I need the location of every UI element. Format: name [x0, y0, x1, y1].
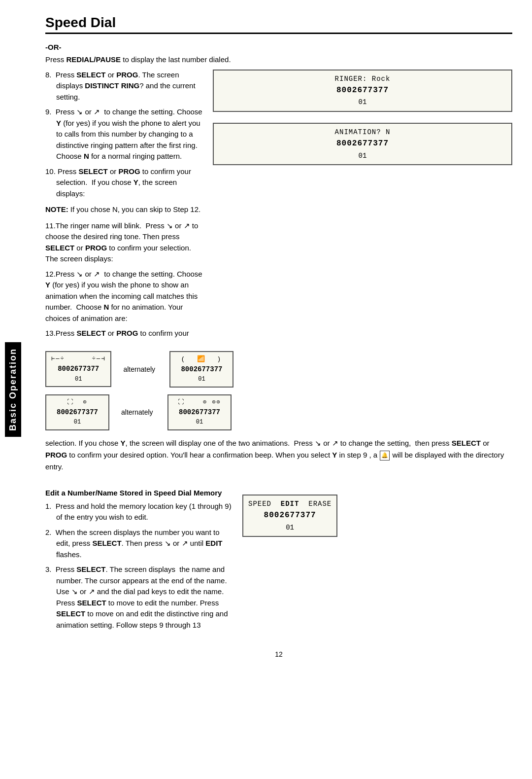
step-10: 10. Press SELECT or PROG to confirm your… — [45, 166, 203, 200]
lcd-ringer-line1: RINGER: Rock — [219, 73, 506, 84]
edit-step-3: 3. Press SELECT. The screen displays the… — [45, 564, 233, 631]
edit-left: Edit a Number/Name Stored in Speed Dial … — [45, 480, 233, 636]
lcd-right: RINGER: Rock 8002677377 01 ANIMATION? N … — [213, 70, 512, 343]
page-title: Speed Dial — [45, 15, 512, 31]
sidebar: Basic Operation — [0, 0, 26, 779]
edit-step-1: 1. Press and hold the memory location ke… — [45, 501, 233, 523]
or-label: -OR- — [45, 43, 62, 51]
lcd-speed-edit-line3: 01 — [248, 522, 332, 533]
anim-label-2: alternately — [121, 408, 156, 416]
anim-box-2a: ⛶ ⊙ 8002677377 01 — [45, 394, 109, 430]
lcd-speed-edit-line1: SPEED EDIT ERASE — [248, 498, 332, 509]
page-number: 12 — [45, 650, 512, 658]
steps-list: 8. Press SELECT or PROG. The screen disp… — [45, 70, 203, 200]
lcd-animation-box: ANIMATION? N 8002677377 01 — [213, 123, 512, 165]
step-12: 12.Press ↘ or ↗ to change the setting. C… — [45, 269, 203, 324]
edit-heading: Edit a Number/Name Stored in Speed Dial … — [45, 489, 233, 497]
edit-right: SPEED EDIT ERASE 8002677377 01 — [242, 480, 512, 636]
anim-box-2b: ⛶ ⊙ ⊙⊙ 8002677377 01 — [167, 394, 232, 430]
lcd-ringer-box: RINGER: Rock 8002677377 01 — [213, 70, 512, 112]
anim-row-2: ⛶ ⊙ 8002677377 01 alternately ⛶ ⊙ ⊙⊙ 800… — [45, 394, 512, 430]
step-9: 9. Press ↘ or ↗ to change the setting. C… — [45, 106, 203, 162]
anim-box-1b: ( 📶 ) 8002677377 01 — [169, 351, 233, 388]
sidebar-label: Basic Operation — [5, 342, 21, 437]
selection-paragraph: selection. If you chose Y, the screen wi… — [45, 437, 512, 473]
edit-step-2: 2. When the screen displays the number y… — [45, 527, 233, 561]
animation-section: ⊢—÷ ÷—⊣ 8002677377 01 alternately ( 📶 ) … — [45, 351, 512, 430]
title-underline — [45, 33, 512, 34]
step-11: 11.The ringer name will blink. Press ↘ o… — [45, 220, 203, 265]
anim-box-1a: ⊢—÷ ÷—⊣ 8002677377 01 — [45, 351, 111, 387]
step-13: 13.Press SELECT or PROG to confirm your — [45, 328, 203, 339]
main-content: Speed Dial -OR- Press REDIAL/PAUSE to di… — [26, 0, 532, 678]
lcd-speed-edit-box: SPEED EDIT ERASE 8002677377 01 — [242, 495, 337, 537]
redial-line: Press REDIAL/PAUSE to display the last n… — [45, 54, 512, 66]
lcd-ringer-line3: 01 — [219, 97, 506, 107]
lcd-animation-line2: 8002677377 — [219, 138, 506, 150]
anim-label-1: alternately — [123, 365, 158, 373]
lcd-speed-edit-line2: 8002677377 — [248, 509, 332, 522]
step-8: 8. Press SELECT or PROG. The screen disp… — [45, 70, 203, 103]
anim-row-1: ⊢—÷ ÷—⊣ 8002677377 01 alternately ( 📶 ) … — [45, 351, 512, 388]
steps-and-lcd: 8. Press SELECT or PROG. The screen disp… — [45, 70, 512, 343]
note-block: NOTE: If you chose N, you can skip to St… — [45, 204, 203, 215]
lcd-animation-line1: ANIMATION? N — [219, 127, 506, 138]
edit-section: Edit a Number/Name Stored in Speed Dial … — [45, 480, 512, 636]
steps-left: 8. Press SELECT or PROG. The screen disp… — [45, 70, 203, 343]
lcd-ringer-line2: 8002677377 — [219, 84, 506, 97]
lcd-animation-line3: 01 — [219, 150, 506, 161]
edit-steps-list: 1. Press and hold the memory location ke… — [45, 501, 233, 631]
